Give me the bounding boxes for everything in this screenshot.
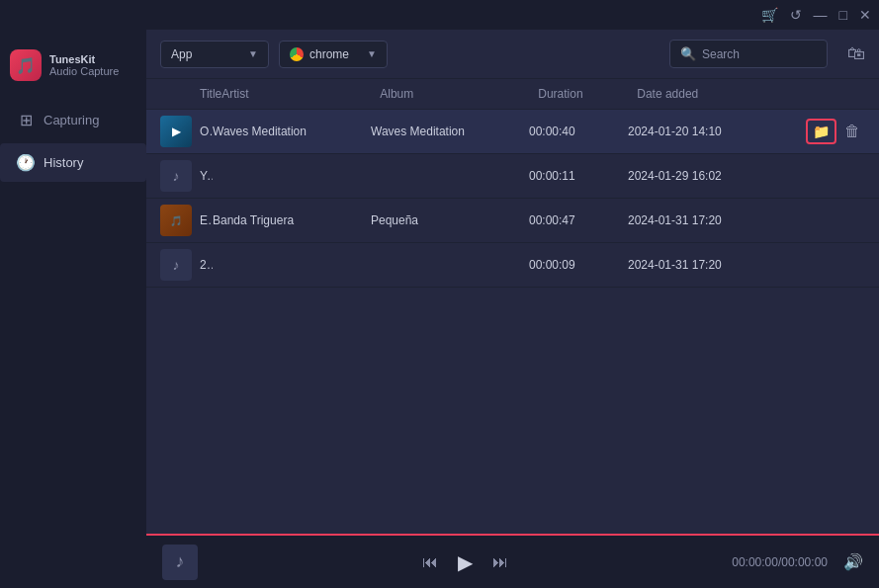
header-artist: Artist [221, 87, 380, 101]
main-layout: 🎵 TunesKit Audio Capture ⊞ Capturing 🕐 H… [0, 30, 879, 588]
chrome-icon [290, 47, 304, 61]
capturing-icon: ⊞ [16, 111, 36, 129]
row3-date: 2024-01-31 17:20 [628, 213, 806, 227]
history-icon: 🕐 [16, 153, 36, 172]
row4-duration: 00:00:09 [529, 258, 628, 272]
table-row[interactable]: 🎵 El Ajo Banda Triguera Pequeña 00:00:47… [146, 199, 879, 243]
maximize-icon[interactable]: □ [839, 7, 847, 23]
row3-thumb-col: 🎵 [160, 205, 200, 236]
row4-date: 2024-01-31 17:20 [628, 258, 806, 272]
row1-thumb [160, 116, 192, 147]
row3-artist: Banda Triguera [213, 213, 371, 227]
app-dropdown-arrow: ▼ [248, 48, 258, 59]
row3-thumb: 🎵 [160, 205, 192, 236]
header-date: Date added [637, 87, 815, 101]
browser-dropdown[interactable]: chrome ▼ [279, 41, 388, 68]
row2-duration: 00:00:11 [529, 169, 628, 183]
content-area: App ▼ chrome ▼ 🔍 🛍 Title Artist Album Du… [146, 30, 879, 588]
minimize-icon[interactable]: — [814, 7, 828, 23]
sidebar-item-capturing[interactable]: ⊞ Capturing [0, 101, 146, 139]
rotate-titlebar-icon[interactable]: ↺ [790, 7, 802, 23]
prev-button[interactable]: ⏮ [422, 553, 438, 571]
row1-duration: 00:00:40 [529, 125, 628, 138]
row2-title: YouTube [200, 169, 213, 183]
browser-dropdown-label: chrome [309, 47, 349, 61]
volume-button[interactable]: 🔊 [843, 552, 863, 571]
app-name-line1: TunesKit [49, 53, 119, 65]
row1-title-col: Ocean At A Distance [200, 125, 213, 138]
row1-delete-button[interactable]: 🗑 [844, 123, 860, 140]
sidebar-item-history[interactable]: 🕐 History [0, 143, 146, 182]
row3-title: El Ajo [200, 213, 213, 227]
row1-title: Ocean At A Distance [200, 125, 213, 138]
sidebar: 🎵 TunesKit Audio Capture ⊞ Capturing 🕐 H… [0, 30, 146, 588]
header-duration: Duration [538, 87, 637, 101]
row2-thumb: ♪ [160, 160, 192, 192]
table-row[interactable]: Ocean At A Distance Waves Meditation Wav… [146, 110, 879, 154]
table-header: Title Artist Album Duration Date added [146, 79, 879, 110]
capturing-label: Capturing [44, 113, 99, 127]
app-dropdown[interactable]: App ▼ [160, 41, 269, 68]
row4-title: 20240131171822469 [200, 258, 213, 272]
next-button[interactable]: ⏭ [492, 553, 508, 571]
row4-thumb-col: ♪ [160, 249, 200, 281]
close-icon[interactable]: ✕ [859, 7, 871, 23]
play-button[interactable]: ▶ [458, 550, 473, 574]
search-input[interactable] [702, 47, 817, 61]
table-row[interactable]: ♪ 20240131171822469 00:00:09 2024-01-31 … [146, 243, 879, 288]
header-album: Album [380, 87, 538, 101]
player-thumbnail: ♪ [162, 545, 198, 580]
track-table: Title Artist Album Duration Date added O… [146, 79, 879, 534]
cart-icon[interactable]: 🛍 [847, 43, 865, 64]
app-name-text: TunesKit Audio Capture [49, 53, 119, 77]
row3-album: Pequeña [371, 213, 529, 227]
time-display: 00:00:00/00:00:00 [732, 555, 828, 569]
row2-title-col: YouTube [200, 169, 213, 183]
app-name-line2: Audio Capture [49, 65, 119, 77]
row4-title-col: 20240131171822469 [200, 258, 213, 272]
row1-folder-button[interactable]: 📁 [806, 119, 836, 144]
row2-date: 2024-01-29 16:02 [628, 169, 806, 183]
app-logo: 🎵 TunesKit Audio Capture [0, 40, 146, 101]
row2-thumb-col: ♪ [160, 160, 200, 192]
row1-artist: Waves Meditation [213, 125, 371, 138]
browser-dropdown-arrow: ▼ [367, 48, 377, 59]
app-logo-icon: 🎵 [10, 49, 42, 81]
header-thumb [160, 87, 200, 101]
search-icon: 🔍 [680, 46, 696, 61]
app-dropdown-label: App [171, 47, 192, 61]
player-bar: ♪ ⏮ ▶ ⏭ 00:00:00/00:00:00 🔊 [146, 534, 879, 588]
sidebar-nav: ⊞ Capturing 🕐 History [0, 101, 146, 182]
row1-album: Waves Meditation [371, 125, 529, 138]
table-row[interactable]: ♪ YouTube 00:00:11 2024-01-29 16:02 [146, 154, 879, 199]
titlebar: 🛒 ↺ — □ ✕ [0, 0, 879, 30]
row1-thumb-col [160, 116, 200, 147]
cart-titlebar-icon[interactable]: 🛒 [761, 7, 778, 23]
row3-duration: 00:00:47 [529, 213, 628, 227]
row3-title-col: El Ajo [200, 213, 213, 227]
search-box[interactable]: 🔍 [669, 40, 828, 68]
player-controls: ⏮ ▶ ⏭ [422, 550, 508, 574]
header-title: Title [200, 87, 221, 101]
history-label: History [44, 155, 83, 170]
header-actions [815, 87, 874, 101]
row1-date: 2024-01-20 14:10 [628, 125, 806, 138]
toolbar: App ▼ chrome ▼ 🔍 🛍 [146, 30, 879, 79]
row1-actions: 📁 🗑 [806, 119, 865, 144]
row4-thumb: ♪ [160, 249, 192, 281]
